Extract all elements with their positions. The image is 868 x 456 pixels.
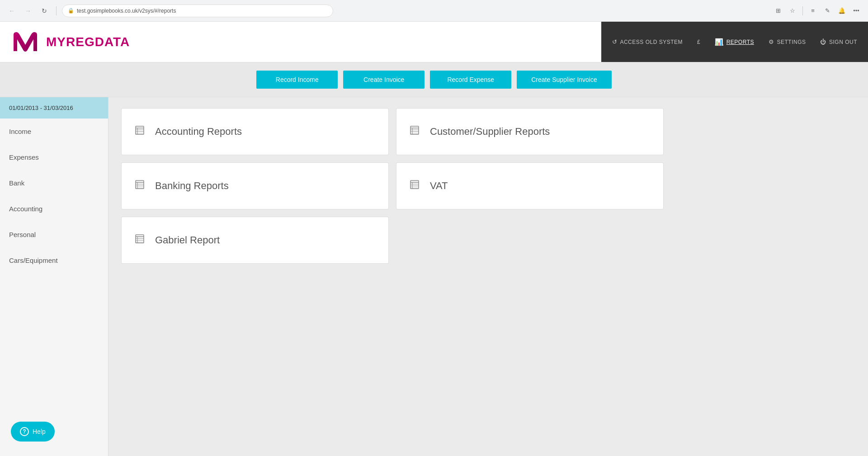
help-label: Help [33, 428, 46, 435]
vat-icon [409, 179, 422, 193]
logo-plain-text: REGDATA [66, 35, 130, 49]
separator [56, 6, 57, 15]
reports-grid: Accounting Reports Customer/Supplier Rep… [121, 108, 664, 264]
address-bar[interactable]: 🔒 test.gosimplebooks.co.uk/v2sys/#/repor… [62, 5, 333, 17]
logo-icon [9, 26, 42, 58]
sidebar-date-range: 01/01/2013 - 31/03/2016 [0, 97, 108, 119]
more-button[interactable]: ••• [850, 5, 863, 17]
currency-button[interactable]: £ [690, 22, 708, 62]
svg-rect-19 [410, 180, 419, 189]
sidebar-item-income[interactable]: Income [0, 119, 108, 144]
sidebar-item-cars-equipment[interactable]: Cars/Equipment [0, 247, 108, 273]
reports-button[interactable]: 📊 REPORTS [708, 22, 761, 62]
signout-icon: ⏻ [820, 38, 826, 45]
accounting-reports-card[interactable]: Accounting Reports [121, 108, 389, 155]
notifications-button[interactable]: 🔔 [835, 5, 848, 17]
create-invoice-button[interactable]: Create Invoice [343, 71, 425, 89]
reports-label: REPORTS [726, 39, 754, 45]
sidebar-item-accounting[interactable]: Accounting [0, 196, 108, 222]
edit-button[interactable]: ✎ [821, 5, 834, 17]
settings-label: SETTINGS [777, 39, 806, 45]
forward-button[interactable]: → [22, 5, 34, 17]
sidebar: 01/01/2013 - 31/03/2016 Income Expenses … [0, 97, 108, 456]
menu-button[interactable]: ≡ [807, 5, 819, 17]
gabriel-report-label: Gabriel Report [155, 234, 220, 246]
refresh-icon: ↺ [612, 38, 618, 45]
vat-label: VAT [430, 180, 448, 192]
banking-reports-icon [134, 179, 147, 193]
content-area: Accounting Reports Customer/Supplier Rep… [108, 97, 868, 456]
sign-out-label: SIGN OUT [829, 39, 857, 45]
accounting-reports-label: Accounting Reports [155, 126, 242, 138]
browser-actions: ⊞ ☆ ≡ ✎ 🔔 ••• [772, 5, 863, 17]
main-container: 01/01/2013 - 31/03/2016 Income Expenses … [0, 97, 868, 456]
vat-card[interactable]: VAT [396, 162, 664, 209]
sidebar-item-personal[interactable]: Personal [0, 222, 108, 247]
currency-label: £ [697, 39, 700, 45]
separator2 [802, 6, 803, 15]
sidebar-item-bank[interactable]: Bank [0, 170, 108, 196]
settings-button[interactable]: ⚙ SETTINGS [761, 22, 813, 62]
customer-supplier-reports-card[interactable]: Customer/Supplier Reports [396, 108, 664, 155]
star-button[interactable]: ☆ [786, 5, 799, 17]
access-old-system-label: ACCESS OLD SYSTEM [620, 39, 683, 45]
svg-rect-13 [136, 180, 144, 189]
sign-out-button[interactable]: ⏻ SIGN OUT [813, 22, 864, 62]
svg-rect-7 [410, 126, 419, 134]
reload-button[interactable]: ↻ [38, 5, 51, 17]
bookmarks-button[interactable]: ⊞ [772, 5, 784, 17]
accounting-reports-icon [134, 125, 147, 138]
top-nav: ↺ ACCESS OLD SYSTEM £ 📊 REPORTS ⚙ SETTIN… [601, 22, 868, 62]
logo-brand-text: MY [46, 35, 66, 49]
banking-reports-label: Banking Reports [155, 180, 229, 192]
svg-rect-1 [136, 126, 144, 134]
gabriel-report-card[interactable]: Gabriel Report [121, 217, 389, 264]
logo-text: MYREGDATA [46, 35, 130, 49]
app-header: MYREGDATA ↺ ACCESS OLD SYSTEM £ 📊 REPORT… [0, 22, 868, 62]
url-text: test.gosimplebooks.co.uk/v2sys/#/reports [77, 8, 176, 14]
record-income-button[interactable]: Record Income [256, 71, 338, 89]
customer-supplier-reports-label: Customer/Supplier Reports [430, 126, 550, 138]
settings-icon: ⚙ [769, 38, 774, 45]
reports-icon: 📊 [715, 38, 724, 46]
back-button[interactable]: ← [5, 5, 18, 17]
lock-icon: 🔒 [68, 8, 74, 14]
create-supplier-invoice-button[interactable]: Create Supplier Invoice [517, 71, 612, 89]
action-bar: Record Income Create Invoice Record Expe… [0, 62, 868, 97]
svg-rect-25 [136, 235, 144, 243]
banking-reports-card[interactable]: Banking Reports [121, 162, 389, 209]
logo-area: MYREGDATA [9, 26, 130, 58]
browser-chrome: ← → ↻ 🔒 test.gosimplebooks.co.uk/v2sys/#… [0, 0, 868, 22]
help-icon: ? [20, 427, 29, 436]
gabriel-report-icon [134, 233, 147, 247]
access-old-system-button[interactable]: ↺ ACCESS OLD SYSTEM [605, 22, 690, 62]
record-expense-button[interactable]: Record Expense [430, 71, 511, 89]
help-button[interactable]: ? Help [11, 422, 55, 442]
sidebar-item-expenses[interactable]: Expenses [0, 144, 108, 170]
customer-supplier-reports-icon [409, 125, 422, 138]
